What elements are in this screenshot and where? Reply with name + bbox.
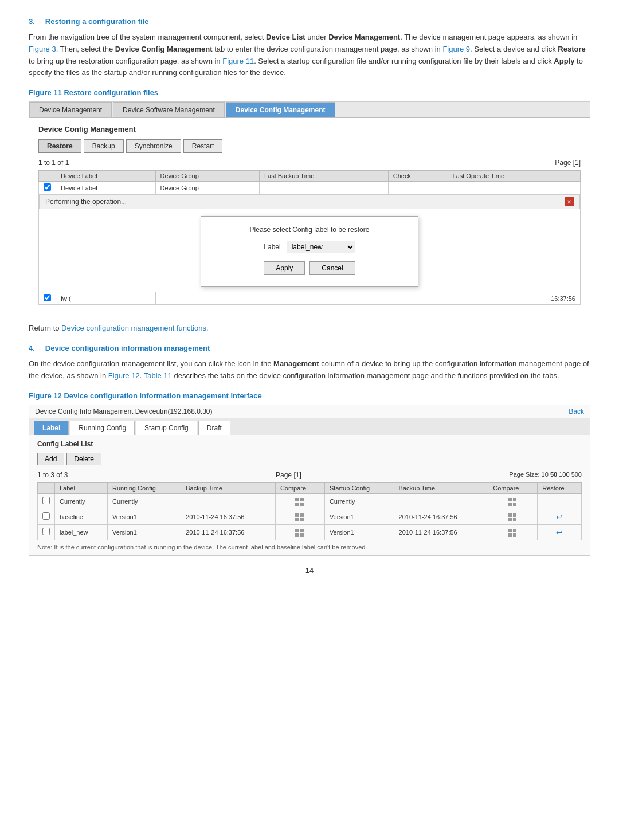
figure12-header: Device Config Info Management Deviceutm(… xyxy=(29,405,590,418)
tab-device-software-management[interactable]: Device Software Management xyxy=(113,102,225,117)
backup-button[interactable]: Backup xyxy=(84,139,124,153)
section3-title: Restoring a configuration file xyxy=(45,17,149,26)
fig12-row3-compare1[interactable] xyxy=(275,524,324,540)
cancel-button[interactable]: Cancel xyxy=(310,261,355,275)
figure3-link[interactable]: Figure 3 xyxy=(29,45,56,53)
op-bar-text: Performing the operation... xyxy=(45,198,127,206)
fig12-tab-startup[interactable]: Startup Config xyxy=(136,421,197,435)
dialog-title: Please select Config label to be restore xyxy=(215,226,404,234)
section3-heading: 3. Restoring a configuration file xyxy=(29,17,590,26)
return-link[interactable]: Device configuration management function… xyxy=(61,324,209,332)
fig12-tab-running[interactable]: Running Config xyxy=(70,421,135,435)
fig12-row1-backup1 xyxy=(181,493,276,509)
dialog-container: Please select Config label to be restore… xyxy=(39,211,580,292)
fig12-row2-compare1[interactable] xyxy=(275,509,324,524)
th-device-label: Device Label xyxy=(56,171,156,182)
apply-button[interactable]: Apply xyxy=(264,261,305,275)
row1-checkbox[interactable] xyxy=(44,183,51,191)
figure11-box: Device Management Device Software Manage… xyxy=(29,101,590,312)
fig12-row2-restore[interactable]: ↩ xyxy=(538,509,582,524)
figure12-table: Label Running Config Backup Time Compare… xyxy=(37,482,582,540)
restore-icon-3: ↩ xyxy=(556,528,563,537)
tab-device-config-management[interactable]: Device Config Management xyxy=(226,102,335,117)
fig12-row3-restore[interactable]: ↩ xyxy=(538,524,582,540)
fig12-row3-label: label_new xyxy=(55,524,108,540)
fig12-row-2: baseline Version1 2010-11-24 16:37:56 Ve… xyxy=(38,509,582,524)
label-select[interactable]: label_new xyxy=(287,241,355,253)
fig12-row2-compare2[interactable] xyxy=(488,509,538,524)
delete-button[interactable]: Delete xyxy=(66,453,101,465)
fig12-th-running-config: Running Config xyxy=(107,482,181,493)
fig12-row2-backup2: 2010-11-24 16:37:56 xyxy=(394,509,488,524)
return-line: Return to Device configuration managemen… xyxy=(29,323,590,335)
fig12-row3-running: Version1 xyxy=(107,524,181,540)
section4-title: Device configuration information managem… xyxy=(45,344,210,352)
fig12-th-backup-time1: Backup Time xyxy=(181,482,276,493)
table11-link[interactable]: Table 11 xyxy=(144,371,172,380)
row1-checkbox-cell[interactable] xyxy=(39,182,56,194)
back-link[interactable]: Back xyxy=(569,407,584,415)
synchronize-button[interactable]: Synchronize xyxy=(126,139,181,153)
figure12-tabs-bar: Label Running Config Startup Config Draf… xyxy=(29,418,590,435)
figure11-page-info: 1 to 1 of 1 Page [1] xyxy=(38,159,581,167)
fig12-th-compare1: Compare xyxy=(275,482,324,493)
compare-icon-5 xyxy=(295,529,304,538)
figure12-title: Figure 12 Device configuration informati… xyxy=(29,391,590,400)
fig12-row2-startup: Version1 xyxy=(324,509,394,524)
row2-checkbox-cell[interactable] xyxy=(39,292,56,305)
compare-icon-6 xyxy=(508,529,518,538)
th-last-backup: Last Backup Time xyxy=(259,171,388,182)
figure11-title: Figure 11 Restore configuration files xyxy=(29,88,590,97)
figure12-link[interactable]: Figure 12 xyxy=(108,371,140,380)
config-label-section: Config Label List Add Delete 1 to 3 of 3… xyxy=(29,435,590,555)
th-last-operate: Last Operate Time xyxy=(448,171,580,182)
fig12-page-count: 1 to 3 of 3 xyxy=(37,471,68,479)
dialog-buttons: Apply Cancel xyxy=(215,261,404,275)
fig12-tab-label[interactable]: Label xyxy=(34,421,69,435)
section4-para: On the device configuration management l… xyxy=(29,358,590,382)
fig12-row2-checkbox-cell[interactable] xyxy=(38,509,55,524)
op-close-button[interactable]: ✕ xyxy=(565,197,574,206)
tab-device-management[interactable]: Device Management xyxy=(29,102,112,117)
fig12-row2-backup1: 2010-11-24 16:37:56 xyxy=(181,509,276,524)
row2-device-label: fw ( xyxy=(56,292,156,305)
fig12-row2-label: baseline xyxy=(55,509,108,524)
restart-button[interactable]: Restart xyxy=(183,139,223,153)
fig12-row3-checkbox-cell[interactable] xyxy=(38,524,55,540)
row1-last-backup xyxy=(259,182,388,194)
op-bar-cell: Performing the operation... ✕ Please sel… xyxy=(39,194,581,292)
figure12-box: Device Config Info Management Deviceutm(… xyxy=(29,405,590,556)
row2-time: 16:37:56 xyxy=(551,295,575,302)
row2-checkbox[interactable] xyxy=(44,294,51,301)
section4-num: 4. xyxy=(29,344,35,352)
fig12-row3-checkbox[interactable] xyxy=(42,528,50,535)
compare-icon-1 xyxy=(295,498,304,507)
fig12-page-size: Page Size: 10 50 100 500 xyxy=(509,471,582,479)
section4-heading: 4. Device configuration information mana… xyxy=(29,344,590,352)
fig12-action-buttons: Add Delete xyxy=(37,453,582,465)
fig12-th-checkbox xyxy=(38,482,55,493)
fig12-row1-compare2[interactable] xyxy=(488,493,538,509)
fig12-row1-startup: Currently xyxy=(324,493,394,509)
figure9-link[interactable]: Figure 9 xyxy=(442,45,470,53)
figure11-link[interactable]: Figure 11 xyxy=(222,57,254,65)
fig12-row3-startup: Version1 xyxy=(324,524,394,540)
add-button[interactable]: Add xyxy=(37,453,64,465)
fig12-row1-checkbox[interactable] xyxy=(42,497,50,504)
th-check: Check xyxy=(388,171,448,182)
fig12-th-backup-time2: Backup Time xyxy=(394,482,488,493)
fig12-row1-checkbox-cell[interactable] xyxy=(38,493,55,509)
restore-button[interactable]: Restore xyxy=(38,139,81,153)
row1-device-label: Device Label xyxy=(56,182,156,194)
fig12-row3-backup1: 2010-11-24 16:37:56 xyxy=(181,524,276,540)
figure12-header-title: Device Config Info Management Deviceutm(… xyxy=(35,407,213,415)
row2-last-operate: 16:37:56 xyxy=(448,292,580,305)
fig12-row1-compare1[interactable] xyxy=(275,493,324,509)
dialog-label-text: Label xyxy=(264,243,280,251)
fig12-row2-checkbox[interactable] xyxy=(42,512,50,520)
fig12-tab-draft[interactable]: Draft xyxy=(198,421,230,435)
fig12-row1-running: Currently xyxy=(107,493,181,509)
fig12-row3-compare2[interactable] xyxy=(488,524,538,540)
figure11-content: Device Config Management Restore Backup … xyxy=(29,118,590,312)
fig12-page-info: 1 to 3 of 3 Page [1] Page Size: 10 50 10… xyxy=(37,471,582,479)
